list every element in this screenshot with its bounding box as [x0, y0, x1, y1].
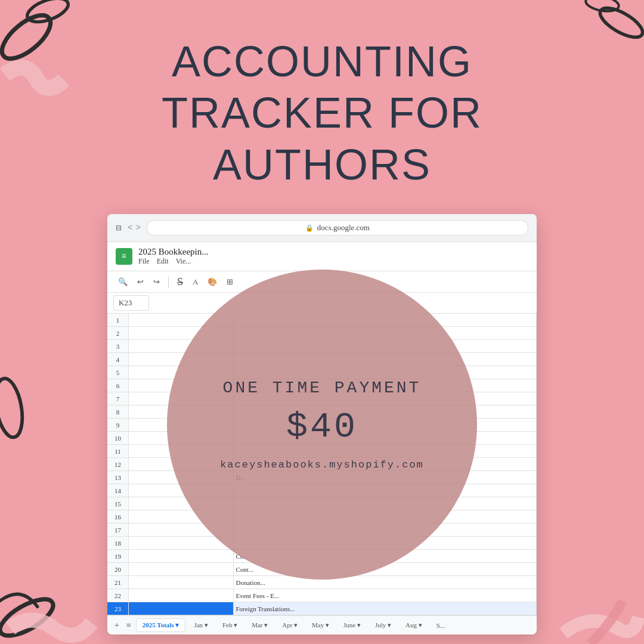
deco-middle-left	[0, 354, 54, 462]
row-num-3: 3	[107, 340, 128, 353]
row-num-18: 18	[107, 537, 128, 550]
sheets-title-menu: 2025 Bookkeepin... File Edit Vie...	[138, 247, 209, 266]
row-num-11: 11	[107, 445, 128, 458]
add-sheet-button[interactable]: +	[112, 621, 122, 630]
toolbar-separator	[168, 277, 169, 287]
shop-url: kaceysheabooks.myshopify.com	[220, 459, 424, 470]
tab-mar[interactable]: Mar ▾	[246, 619, 274, 631]
row-num-12: 12	[107, 458, 128, 471]
tab-june[interactable]: June ▾	[338, 619, 367, 631]
deco-top-right	[555, 0, 644, 89]
tab-may[interactable]: May ▾	[306, 619, 335, 631]
back-icon[interactable]: <	[128, 223, 132, 233]
forward-icon[interactable]: >	[136, 223, 141, 233]
row-num-8: 8	[107, 405, 128, 419]
row-num-13: 13	[107, 471, 128, 484]
tab-sep[interactable]: S...	[431, 620, 451, 631]
row-numbers: 1 2 3 4 5 6 7 8 9 10 11 12 13 14 15 16 1	[107, 314, 129, 615]
tab-2025-totals[interactable]: 2025 Totals ▾	[136, 618, 186, 632]
cell[interactable]: Donation...	[234, 576, 537, 589]
deco-bottom-left	[0, 531, 113, 644]
main-title: ACCOUNTING TRACKER FOR AUTHORS	[162, 36, 482, 190]
tab-feb[interactable]: Feb ▾	[216, 619, 243, 631]
row-num-5: 5	[107, 366, 128, 379]
menu-edit[interactable]: Edit	[157, 257, 169, 266]
url-text: docs.google.com	[317, 223, 370, 233]
row-num-6: 6	[107, 379, 128, 392]
list-sheets-button[interactable]: ≡	[124, 621, 134, 630]
row-num-16: 16	[107, 510, 128, 524]
cell[interactable]	[129, 602, 234, 615]
tab-july[interactable]: July ▾	[369, 619, 397, 631]
font-color-icon[interactable]: A	[190, 276, 200, 288]
browser-bar: ⊟ < > 🔒 docs.google.com	[107, 214, 537, 242]
tab-jan[interactable]: Jan ▾	[188, 619, 213, 631]
sheets-logo: ≡	[116, 248, 132, 265]
row-num-7: 7	[107, 392, 128, 405]
price-display: $40	[286, 407, 358, 447]
table-row: Foreign Translations...	[129, 602, 537, 615]
overlay-circle: ONE TIME PAYMENT $40 kaceysheabooks.mysh…	[167, 270, 477, 580]
svg-point-2	[596, 2, 644, 43]
cell-foreign-translations[interactable]: Foreign Translations...	[234, 602, 537, 615]
row-num-21: 21	[107, 576, 128, 589]
svg-point-5	[0, 376, 26, 439]
tab-apr[interactable]: Apr ▾	[276, 619, 304, 631]
row-num-9: 9	[107, 419, 128, 432]
sheets-header: ≡ 2025 Bookkeepin... File Edit Vie...	[107, 242, 537, 271]
deco-top-left	[0, 0, 101, 101]
browser-url[interactable]: 🔒 docs.google.com	[147, 220, 528, 236]
menu-file[interactable]: File	[138, 257, 150, 266]
deco-bottom-right	[537, 537, 644, 644]
row-num-23: 23	[107, 602, 128, 615]
sheets-menu-bar: File Edit Vie...	[138, 257, 209, 266]
title-area: ACCOUNTING TRACKER FOR AUTHORS	[162, 36, 482, 190]
row-num-2: 2	[107, 327, 128, 340]
menu-view[interactable]: Vie...	[176, 257, 191, 266]
redo-icon[interactable]: ↪	[151, 276, 162, 288]
payment-label: ONE TIME PAYMENT	[223, 379, 422, 397]
svg-point-1	[24, 0, 72, 27]
tab-aug[interactable]: Aug ▾	[400, 619, 428, 631]
zoom-icon[interactable]: 🔍	[116, 276, 130, 288]
strikethrough-icon[interactable]: S̶	[175, 275, 185, 289]
cell-reference[interactable]: K23	[113, 295, 149, 311]
row-num-19: 19	[107, 550, 128, 563]
row-num-14: 14	[107, 484, 128, 497]
row-num-4: 4	[107, 353, 128, 366]
row-num-1: 1	[107, 314, 128, 327]
row-num-22: 22	[107, 589, 128, 602]
undo-icon[interactable]: ↩	[135, 276, 146, 288]
row-num-20: 20	[107, 563, 128, 576]
sidebar-toggle-icon: ⊟	[116, 224, 122, 233]
borders-icon[interactable]: ⊞	[224, 276, 236, 288]
cell[interactable]	[129, 550, 234, 562]
lock-icon: 🔒	[305, 224, 314, 232]
svg-point-0	[0, 8, 57, 66]
cell[interactable]	[129, 576, 234, 589]
sheets-doc-title: 2025 Bookkeepin...	[138, 247, 209, 257]
svg-point-3	[584, 0, 620, 14]
cell[interactable]: Event Fees - E...	[234, 589, 537, 602]
row-num-15: 15	[107, 497, 128, 510]
row-num-17: 17	[107, 524, 128, 537]
cell[interactable]	[129, 563, 234, 575]
fill-color-icon[interactable]: 🎨	[205, 276, 219, 288]
row-num-10: 10	[107, 432, 128, 445]
screenshot-wrapper: ⊟ < > 🔒 docs.google.com ≡ 2025 Bookkeepi…	[107, 214, 537, 634]
table-row: Event Fees - E...	[129, 589, 537, 602]
sheet-tabs: + ≡ 2025 Totals ▾ Jan ▾ Feb ▾ Mar ▾ Apr …	[107, 615, 537, 634]
background: ACCOUNTING TRACKER FOR AUTHORS ⊟ < > 🔒 d…	[0, 0, 644, 644]
browser-nav: < >	[128, 223, 141, 233]
sheets-logo-icon: ≡	[122, 252, 126, 261]
cell[interactable]	[129, 589, 234, 602]
svg-point-4	[0, 592, 58, 643]
